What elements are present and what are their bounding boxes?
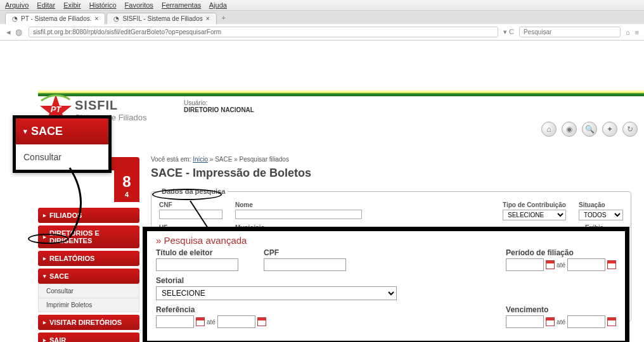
menu-exibir[interactable]: Exibir xyxy=(63,1,81,9)
page-header: PT SISFIL Sistema de Filiados Rede PT Br… xyxy=(38,90,644,153)
label-situacao: Situação xyxy=(579,201,623,208)
sidebar-sub-consultar[interactable]: Consultar xyxy=(38,284,139,298)
tab-favicon: ◔ xyxy=(12,15,18,22)
adv-label-cpf: CPF xyxy=(264,248,346,257)
calendar-icon[interactable] xyxy=(607,317,616,326)
adv-label-referencia: Referência xyxy=(156,305,266,314)
browser-tabs: ◔ PT - Sistema de Filiados. × ◔ SISFIL -… xyxy=(0,11,644,24)
input-nome[interactable] xyxy=(235,210,362,219)
adv-label-periodo: Período de filiação xyxy=(506,248,616,257)
refresh-orb-icon[interactable]: ↻ xyxy=(622,122,638,137)
tab-label: SISFIL - Sistema de Filiados xyxy=(122,15,202,22)
menu-historico[interactable]: Histórico xyxy=(89,1,117,9)
highlight-oval-adv-link xyxy=(152,189,222,200)
adv-input-ref-de[interactable] xyxy=(156,315,194,328)
menu-ajuda[interactable]: Ajuda xyxy=(209,1,227,9)
page-title: SACE - Impressão de Boletos xyxy=(151,167,631,180)
callout-advanced-box: » Pesquisa avançada Título de eleitor CP… xyxy=(143,227,629,342)
svg-text:PT: PT xyxy=(51,104,62,114)
chevron-down-icon: ▾ xyxy=(23,127,27,136)
globe-orb-icon[interactable]: ✦ xyxy=(602,122,617,137)
calendar-icon[interactable] xyxy=(607,260,616,269)
adv-label-setorial: Setorial xyxy=(156,276,397,285)
menu-ferramentas[interactable]: Ferramentas xyxy=(162,1,201,9)
dropdown-icon[interactable]: ▾ C xyxy=(503,28,514,36)
chevron-right-icon: ▸ xyxy=(43,212,46,218)
tab-favicon: ◔ xyxy=(113,15,119,22)
breadcrumb: Você está em: Início » SACE » Pesquisar … xyxy=(151,156,631,163)
chevron-down-icon: ▾ xyxy=(43,273,46,279)
menu-icon[interactable]: ≡ xyxy=(635,28,639,36)
nav-icons: ◂ ◍ xyxy=(5,27,23,37)
sidebar-item-visitar[interactable]: ▸VISITAR DIRETÓRIOS xyxy=(38,315,139,330)
adv-label-ate: até xyxy=(557,262,565,269)
search-orb-icon[interactable]: 🔍 xyxy=(582,122,597,137)
calendar-icon[interactable] xyxy=(546,317,555,326)
adv-label-titulo: Título de eleitor xyxy=(156,248,238,257)
label-tipo: Tipo de Contribuição xyxy=(503,201,566,208)
calendar-icon[interactable] xyxy=(257,317,266,326)
sidebar-item-sair[interactable]: ▸SAIR xyxy=(38,332,139,342)
breadcrumb-inicio[interactable]: Início xyxy=(193,156,208,163)
adv-input-periodo-ate[interactable] xyxy=(567,258,605,271)
adv-input-venc-de[interactable] xyxy=(506,315,544,328)
tab-close-icon[interactable]: × xyxy=(95,15,99,22)
browser-url-bar: ◂ ◍ sisfil.pt.org.br:8080/rpt/do/sisfil/… xyxy=(0,24,644,41)
chevron-right-icon: ▸ xyxy=(43,255,46,262)
chevron-right-icon: ▸ xyxy=(43,319,46,326)
adv-input-ref-ate[interactable] xyxy=(217,315,255,328)
usuario-name: DIRETORIO NACIONAL xyxy=(184,106,254,113)
adv-input-cpf[interactable] xyxy=(264,258,346,271)
chevron-right-icon: ▸ xyxy=(43,337,46,342)
adv-input-titulo[interactable] xyxy=(156,258,238,271)
select-tipo[interactable]: SELECIONE xyxy=(503,210,566,220)
sidebar-item-sace[interactable]: ▾SACE xyxy=(38,269,139,284)
select-situacao[interactable]: TODOS xyxy=(579,210,623,220)
menu-favoritos[interactable]: Favoritos xyxy=(125,1,153,9)
back-icon[interactable]: ◂ xyxy=(6,27,11,37)
callout-sace-title: ▾SACE xyxy=(16,118,108,144)
adv-label-vencimento: Vencimento xyxy=(506,305,616,314)
browser-tab-1[interactable]: ◔ PT - Sistema de Filiados. × xyxy=(5,13,105,24)
calendar-icon[interactable] xyxy=(546,260,555,269)
highlight-oval-consultar xyxy=(28,234,68,244)
sidebar-item-relatorios[interactable]: ▸RELATÓRIOS xyxy=(38,251,139,266)
sidebar-sub-imprimir[interactable]: Imprimir Boletos xyxy=(38,298,139,312)
browser-menu-bar: Arquivo Editar Exibir Histórico Favorito… xyxy=(0,0,644,11)
home-orb-icon[interactable]: ⌂ xyxy=(541,122,557,137)
new-tab-button[interactable]: + xyxy=(218,13,229,24)
calendar-icon[interactable] xyxy=(196,317,205,326)
menu-arquivo[interactable]: Arquivo xyxy=(5,1,29,9)
menu-editar[interactable]: Editar xyxy=(37,1,55,9)
adv-input-venc-ate[interactable] xyxy=(567,315,605,328)
home-icon[interactable]: ⌂ xyxy=(626,28,630,36)
adv-label-ate3: até xyxy=(557,319,565,326)
browser-search-input[interactable] xyxy=(519,27,621,37)
adv-title: » Pesquisa avançada xyxy=(156,235,616,246)
tab-close-icon[interactable]: × xyxy=(206,15,210,22)
globe-icon: ◍ xyxy=(15,27,22,37)
usuario-label: Usuário: xyxy=(184,99,254,106)
eye-orb-icon[interactable]: ◉ xyxy=(562,122,577,137)
brand-title: SISFIL xyxy=(75,98,146,113)
adv-select-setorial[interactable]: SELECIONE xyxy=(156,286,397,300)
tab-label: PT - Sistema de Filiados. xyxy=(21,15,92,22)
label-nome: Nome xyxy=(235,201,362,208)
adv-input-periodo-de[interactable] xyxy=(506,258,544,271)
browser-tab-2[interactable]: ◔ SISFIL - Sistema de Filiados × xyxy=(106,13,216,24)
url-input[interactable]: sisfil.pt.org.br:8080/rpt/do/sisfil/edit… xyxy=(29,27,498,37)
adv-label-ate2: até xyxy=(207,319,216,326)
